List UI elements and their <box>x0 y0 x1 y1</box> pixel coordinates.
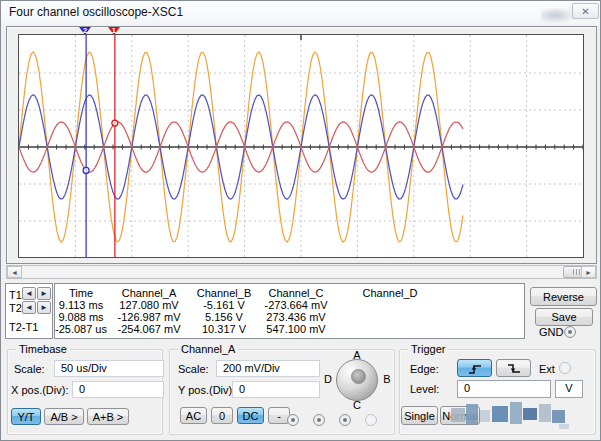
scroll-left-icon: ◄ <box>11 269 18 276</box>
channel-group: Channel_A Scale: 200 mV/Div Y pos.(Div):… <box>169 349 395 435</box>
ypos-field[interactable]: 0 <box>232 381 320 398</box>
channel-radio[interactable] <box>339 414 351 426</box>
window-title: Four channel oscilloscope-XSC1 <box>9 5 183 19</box>
t2-right-button[interactable]: ► <box>37 301 51 314</box>
col-header-channel-d: Channel_D <box>362 287 417 299</box>
measurement-table: Time Channel_A Channel_B Channel_C Chann… <box>54 283 525 339</box>
knob-label-b: B <box>381 373 393 385</box>
col-header-channel-a: Channel_A <box>122 287 176 299</box>
channel-scale-label: Scale: <box>178 363 209 375</box>
t1-label: T1 <box>9 289 22 301</box>
oscilloscope-screen <box>18 34 584 258</box>
col-header-channel-b: Channel_B <box>197 287 251 299</box>
edge-label: Edge: <box>410 363 439 375</box>
t2-channel-b: 5.156 V <box>205 311 243 323</box>
xpos-field[interactable]: 0 <box>72 381 164 398</box>
knob-label-c: C <box>351 399 363 411</box>
t1-channel-a: 127.080 mV <box>119 299 178 311</box>
rising-edge-button[interactable] <box>457 359 492 377</box>
t2-t1-time: -25.087 us <box>55 323 107 335</box>
close-button[interactable]: ✕ <box>572 3 599 19</box>
channel-title: Channel_A <box>178 343 238 355</box>
t1-time: 9.113 ms <box>59 299 103 311</box>
t2-t1-label: T2-T1 <box>9 321 38 333</box>
oscilloscope-window: Four channel oscilloscope-XSC1 ✕ 2 1 ◄ ►… <box>0 0 601 441</box>
level-label: Level: <box>410 383 439 395</box>
left-arrow-icon: ◄ <box>25 303 33 312</box>
save-button[interactable]: Save <box>535 308 593 326</box>
t1-left-button[interactable]: ◄ <box>22 287 36 300</box>
col-header-time: Time <box>69 287 93 299</box>
level-field[interactable]: 0 <box>457 380 551 398</box>
t2-left-button[interactable]: ◄ <box>22 301 36 314</box>
gnd-radio[interactable] <box>564 326 576 338</box>
right-arrow-icon: ► <box>40 289 48 298</box>
rising-edge-icon <box>467 363 483 375</box>
ab-mode-button[interactable]: A/B > <box>44 408 84 425</box>
title-bar: Four channel oscilloscope-XSC1 ✕ <box>1 1 600 25</box>
left-arrow-icon: ◄ <box>25 289 33 298</box>
cursor-2-handle[interactable]: 2 <box>79 27 91 35</box>
scope-display-frame: 2 1 <box>6 26 597 264</box>
cursor-1-handle[interactable]: 1 <box>108 27 120 35</box>
timebase-scale-label: Scale: <box>14 363 45 375</box>
channel-indicator-radios <box>287 414 377 426</box>
timebase-title: Timebase <box>16 343 70 355</box>
trigger-title: Trigger <box>408 343 448 355</box>
cursor-control-panel: T1 ◄ ► T2 ◄ ► T2-T1 <box>5 283 53 339</box>
channel-scale-field[interactable]: 200 mV/Div <box>216 360 320 377</box>
level-unit-box[interactable]: V <box>555 380 583 398</box>
single-trigger-button[interactable]: Single <box>401 406 438 425</box>
channel-selector-knob[interactable] <box>336 359 378 401</box>
falling-edge-icon <box>506 363 522 375</box>
right-arrow-icon: ► <box>40 303 48 312</box>
timebase-group: Timebase Scale: 50 us/Div X pos.(Div): 0… <box>7 349 163 435</box>
waveform-canvas <box>19 35 583 257</box>
xpos-label: X pos.(Div): <box>11 384 68 396</box>
knob-label-d: D <box>322 373 334 385</box>
t2-channel-c: 273.436 mV <box>266 311 325 323</box>
horizontal-scrollbar[interactable]: ◄ ► <box>6 265 597 279</box>
watermark <box>451 400 571 431</box>
a-plus-b-mode-button[interactable]: A+B > <box>87 408 129 425</box>
reverse-button[interactable]: Reverse <box>530 287 597 306</box>
t2-t1-channel-a: -254.067 mV <box>118 323 181 335</box>
t1-right-button[interactable]: ► <box>37 287 51 300</box>
scroll-left-button[interactable]: ◄ <box>7 266 22 278</box>
t2-t1-channel-c: 547.100 mV <box>266 323 325 335</box>
t1-channel-c: -273.664 mV <box>265 299 328 311</box>
col-header-channel-c: Channel_C <box>268 287 323 299</box>
channel-radio[interactable] <box>365 414 377 426</box>
ypos-label: Y pos.(Div): <box>178 384 235 396</box>
yt-mode-button[interactable]: Y/T <box>11 408 41 425</box>
channel-radio[interactable] <box>287 414 299 426</box>
zero-coupling-button[interactable]: 0 <box>211 407 233 424</box>
t2-time: 9.088 ms <box>58 311 103 323</box>
t2-t1-channel-b: 10.317 V <box>202 323 246 335</box>
ext-trigger-radio[interactable] <box>559 362 571 374</box>
timebase-scale-field[interactable]: 50 us/Div <box>54 360 164 377</box>
knob-label-a: A <box>351 349 363 361</box>
scroll-right-button[interactable]: ► <box>581 266 596 278</box>
falling-edge-button[interactable] <box>496 359 531 377</box>
t2-label: T2 <box>9 302 22 314</box>
scroll-right-icon: ► <box>585 269 592 276</box>
t2-channel-a: -126.987 mV <box>118 311 181 323</box>
ext-label: Ext <box>539 363 555 375</box>
channel-radio[interactable] <box>313 414 325 426</box>
dc-coupling-button[interactable]: DC <box>237 407 264 424</box>
ac-coupling-button[interactable]: AC <box>180 407 207 424</box>
t1-channel-b: -5.161 V <box>203 299 245 311</box>
gnd-label: GND <box>539 326 563 338</box>
